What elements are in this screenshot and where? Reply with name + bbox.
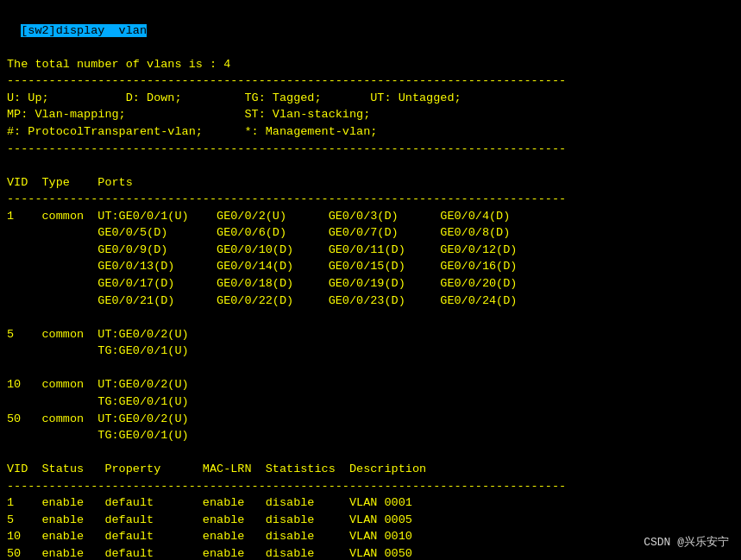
terminal-title: [sw2]display vlan <box>21 24 147 37</box>
watermark: CSDN @兴乐安宁 <box>644 535 729 551</box>
terminal-window: [sw2]display vlan The total number of vl… <box>0 0 741 560</box>
